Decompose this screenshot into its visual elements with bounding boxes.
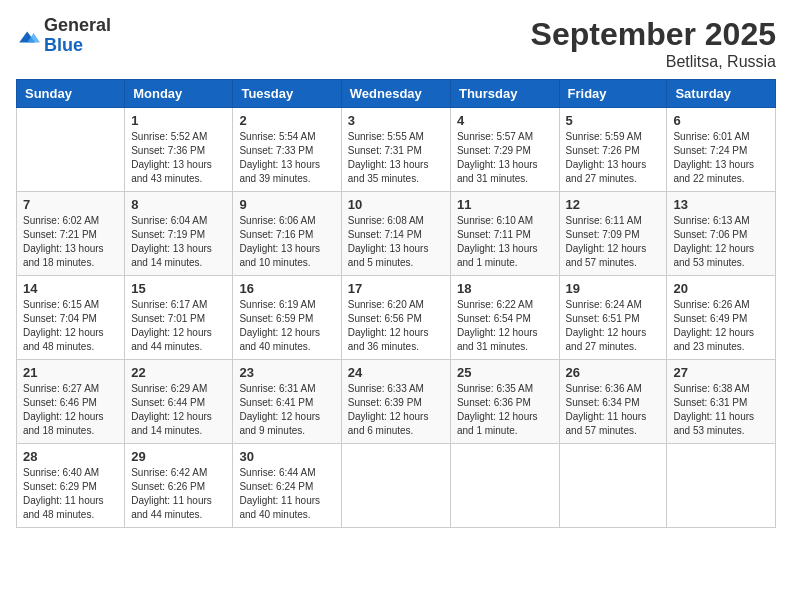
day-number: 13 xyxy=(673,197,769,212)
calendar-cell xyxy=(559,444,667,528)
weekday-header-row: SundayMondayTuesdayWednesdayThursdayFrid… xyxy=(17,80,776,108)
calendar-cell: 16Sunrise: 6:19 AMSunset: 6:59 PMDayligh… xyxy=(233,276,341,360)
day-number: 12 xyxy=(566,197,661,212)
day-number: 14 xyxy=(23,281,118,296)
calendar-cell: 28Sunrise: 6:40 AMSunset: 6:29 PMDayligh… xyxy=(17,444,125,528)
day-info: Sunrise: 5:52 AMSunset: 7:36 PMDaylight:… xyxy=(131,130,226,186)
calendar-cell: 11Sunrise: 6:10 AMSunset: 7:11 PMDayligh… xyxy=(450,192,559,276)
calendar-cell: 26Sunrise: 6:36 AMSunset: 6:34 PMDayligh… xyxy=(559,360,667,444)
day-info: Sunrise: 6:40 AMSunset: 6:29 PMDaylight:… xyxy=(23,466,118,522)
day-info: Sunrise: 5:59 AMSunset: 7:26 PMDaylight:… xyxy=(566,130,661,186)
day-info: Sunrise: 6:22 AMSunset: 6:54 PMDaylight:… xyxy=(457,298,553,354)
day-info: Sunrise: 5:54 AMSunset: 7:33 PMDaylight:… xyxy=(239,130,334,186)
day-number: 22 xyxy=(131,365,226,380)
day-info: Sunrise: 6:31 AMSunset: 6:41 PMDaylight:… xyxy=(239,382,334,438)
calendar-cell: 18Sunrise: 6:22 AMSunset: 6:54 PMDayligh… xyxy=(450,276,559,360)
day-info: Sunrise: 6:36 AMSunset: 6:34 PMDaylight:… xyxy=(566,382,661,438)
calendar-cell xyxy=(341,444,450,528)
calendar-cell: 30Sunrise: 6:44 AMSunset: 6:24 PMDayligh… xyxy=(233,444,341,528)
calendar-cell: 1Sunrise: 5:52 AMSunset: 7:36 PMDaylight… xyxy=(125,108,233,192)
day-info: Sunrise: 6:20 AMSunset: 6:56 PMDaylight:… xyxy=(348,298,444,354)
calendar-cell xyxy=(450,444,559,528)
day-info: Sunrise: 6:15 AMSunset: 7:04 PMDaylight:… xyxy=(23,298,118,354)
title-block: September 2025 Betlitsa, Russia xyxy=(531,16,776,71)
day-info: Sunrise: 6:33 AMSunset: 6:39 PMDaylight:… xyxy=(348,382,444,438)
calendar-cell: 13Sunrise: 6:13 AMSunset: 7:06 PMDayligh… xyxy=(667,192,776,276)
calendar-week-4: 21Sunrise: 6:27 AMSunset: 6:46 PMDayligh… xyxy=(17,360,776,444)
calendar-week-2: 7Sunrise: 6:02 AMSunset: 7:21 PMDaylight… xyxy=(17,192,776,276)
calendar-cell: 27Sunrise: 6:38 AMSunset: 6:31 PMDayligh… xyxy=(667,360,776,444)
calendar-cell: 2Sunrise: 5:54 AMSunset: 7:33 PMDaylight… xyxy=(233,108,341,192)
calendar-cell: 4Sunrise: 5:57 AMSunset: 7:29 PMDaylight… xyxy=(450,108,559,192)
day-number: 26 xyxy=(566,365,661,380)
day-number: 18 xyxy=(457,281,553,296)
day-info: Sunrise: 6:26 AMSunset: 6:49 PMDaylight:… xyxy=(673,298,769,354)
calendar-cell: 7Sunrise: 6:02 AMSunset: 7:21 PMDaylight… xyxy=(17,192,125,276)
logo-blue-text: Blue xyxy=(44,36,111,56)
day-number: 1 xyxy=(131,113,226,128)
calendar-cell: 12Sunrise: 6:11 AMSunset: 7:09 PMDayligh… xyxy=(559,192,667,276)
day-info: Sunrise: 5:55 AMSunset: 7:31 PMDaylight:… xyxy=(348,130,444,186)
calendar-cell: 8Sunrise: 6:04 AMSunset: 7:19 PMDaylight… xyxy=(125,192,233,276)
logo-general-text: General xyxy=(44,16,111,36)
day-number: 19 xyxy=(566,281,661,296)
day-number: 30 xyxy=(239,449,334,464)
day-info: Sunrise: 6:38 AMSunset: 6:31 PMDaylight:… xyxy=(673,382,769,438)
month-year-title: September 2025 xyxy=(531,16,776,53)
day-info: Sunrise: 6:24 AMSunset: 6:51 PMDaylight:… xyxy=(566,298,661,354)
calendar-cell xyxy=(17,108,125,192)
day-info: Sunrise: 6:19 AMSunset: 6:59 PMDaylight:… xyxy=(239,298,334,354)
day-info: Sunrise: 6:04 AMSunset: 7:19 PMDaylight:… xyxy=(131,214,226,270)
day-info: Sunrise: 6:01 AMSunset: 7:24 PMDaylight:… xyxy=(673,130,769,186)
logo-icon xyxy=(16,25,40,49)
calendar-cell: 25Sunrise: 6:35 AMSunset: 6:36 PMDayligh… xyxy=(450,360,559,444)
calendar-cell: 20Sunrise: 6:26 AMSunset: 6:49 PMDayligh… xyxy=(667,276,776,360)
day-number: 2 xyxy=(239,113,334,128)
day-number: 5 xyxy=(566,113,661,128)
calendar-cell xyxy=(667,444,776,528)
day-number: 21 xyxy=(23,365,118,380)
weekday-header-tuesday: Tuesday xyxy=(233,80,341,108)
day-info: Sunrise: 6:10 AMSunset: 7:11 PMDaylight:… xyxy=(457,214,553,270)
calendar-cell: 24Sunrise: 6:33 AMSunset: 6:39 PMDayligh… xyxy=(341,360,450,444)
day-number: 17 xyxy=(348,281,444,296)
weekday-header-thursday: Thursday xyxy=(450,80,559,108)
calendar-cell: 15Sunrise: 6:17 AMSunset: 7:01 PMDayligh… xyxy=(125,276,233,360)
day-number: 7 xyxy=(23,197,118,212)
day-info: Sunrise: 6:17 AMSunset: 7:01 PMDaylight:… xyxy=(131,298,226,354)
day-number: 27 xyxy=(673,365,769,380)
day-number: 29 xyxy=(131,449,226,464)
calendar-cell: 10Sunrise: 6:08 AMSunset: 7:14 PMDayligh… xyxy=(341,192,450,276)
day-info: Sunrise: 6:35 AMSunset: 6:36 PMDaylight:… xyxy=(457,382,553,438)
day-info: Sunrise: 6:13 AMSunset: 7:06 PMDaylight:… xyxy=(673,214,769,270)
calendar-cell: 14Sunrise: 6:15 AMSunset: 7:04 PMDayligh… xyxy=(17,276,125,360)
day-number: 28 xyxy=(23,449,118,464)
weekday-header-sunday: Sunday xyxy=(17,80,125,108)
day-number: 11 xyxy=(457,197,553,212)
calendar-cell: 3Sunrise: 5:55 AMSunset: 7:31 PMDaylight… xyxy=(341,108,450,192)
calendar-cell: 21Sunrise: 6:27 AMSunset: 6:46 PMDayligh… xyxy=(17,360,125,444)
location-subtitle: Betlitsa, Russia xyxy=(531,53,776,71)
day-number: 16 xyxy=(239,281,334,296)
weekday-header-wednesday: Wednesday xyxy=(341,80,450,108)
calendar-cell: 19Sunrise: 6:24 AMSunset: 6:51 PMDayligh… xyxy=(559,276,667,360)
day-number: 20 xyxy=(673,281,769,296)
weekday-header-friday: Friday xyxy=(559,80,667,108)
calendar-cell: 17Sunrise: 6:20 AMSunset: 6:56 PMDayligh… xyxy=(341,276,450,360)
calendar-cell: 23Sunrise: 6:31 AMSunset: 6:41 PMDayligh… xyxy=(233,360,341,444)
day-number: 4 xyxy=(457,113,553,128)
calendar-cell: 5Sunrise: 5:59 AMSunset: 7:26 PMDaylight… xyxy=(559,108,667,192)
calendar-cell: 6Sunrise: 6:01 AMSunset: 7:24 PMDaylight… xyxy=(667,108,776,192)
day-info: Sunrise: 6:27 AMSunset: 6:46 PMDaylight:… xyxy=(23,382,118,438)
calendar-cell: 29Sunrise: 6:42 AMSunset: 6:26 PMDayligh… xyxy=(125,444,233,528)
day-number: 9 xyxy=(239,197,334,212)
day-number: 8 xyxy=(131,197,226,212)
day-number: 10 xyxy=(348,197,444,212)
weekday-header-saturday: Saturday xyxy=(667,80,776,108)
calendar-week-1: 1Sunrise: 5:52 AMSunset: 7:36 PMDaylight… xyxy=(17,108,776,192)
day-info: Sunrise: 6:44 AMSunset: 6:24 PMDaylight:… xyxy=(239,466,334,522)
calendar-week-5: 28Sunrise: 6:40 AMSunset: 6:29 PMDayligh… xyxy=(17,444,776,528)
day-info: Sunrise: 6:06 AMSunset: 7:16 PMDaylight:… xyxy=(239,214,334,270)
day-number: 3 xyxy=(348,113,444,128)
day-number: 23 xyxy=(239,365,334,380)
